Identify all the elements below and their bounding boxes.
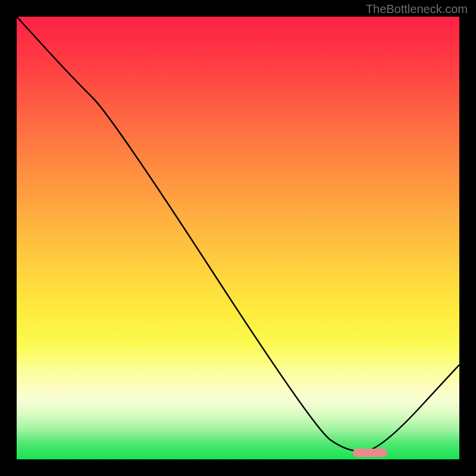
curve-path (17, 17, 459, 452)
optimum-marker (353, 449, 387, 457)
bottleneck-curve (17, 17, 459, 459)
chart-area (17, 17, 459, 459)
watermark-text: TheBottleneck.com (366, 2, 468, 16)
